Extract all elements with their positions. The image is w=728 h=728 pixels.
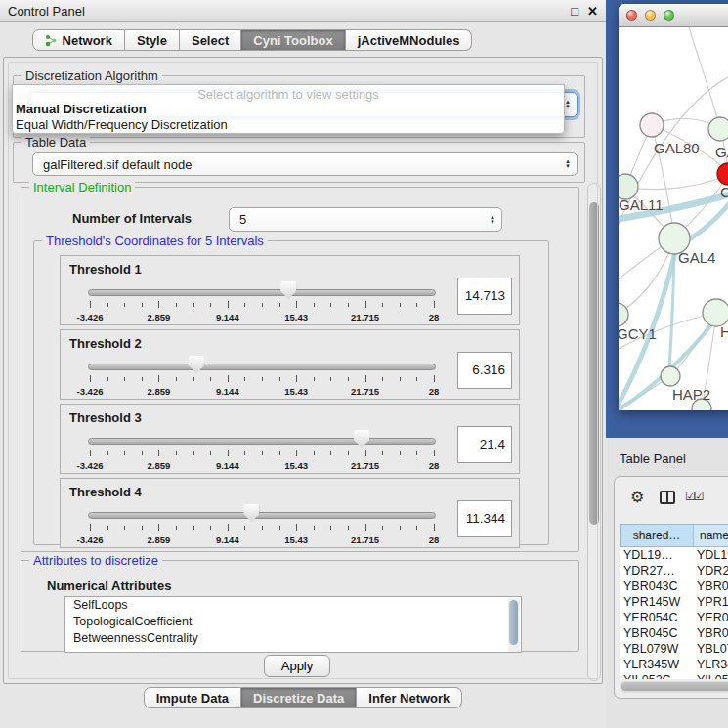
- network-node[interactable]: [640, 113, 664, 137]
- cell-shared-name: YBR045C: [620, 626, 693, 640]
- group-title: Table Data: [21, 135, 90, 150]
- dropdown-option-equal-width-frequency-discretization[interactable]: Equal Width/Frequency Discretization: [13, 117, 564, 133]
- table-row[interactable]: YDL19…YDL19…: [620, 547, 728, 563]
- node-label-gal80: GAL80: [654, 140, 700, 156]
- threshold-value-field[interactable]: 21.4: [457, 426, 512, 463]
- attribute-item-betweennesscentrality[interactable]: BetweennessCentrality: [65, 630, 521, 647]
- table-toolbar: ⚙ ☑☑: [615, 477, 728, 520]
- panel-scrollbar[interactable]: [587, 183, 601, 681]
- attribute-item-topologicalcoefficient[interactable]: TopologicalCoefficient: [65, 614, 521, 630]
- tab-impute-data[interactable]: Impute Data: [144, 687, 241, 708]
- threshold-value-field[interactable]: 14.713: [457, 278, 512, 315]
- slider-track[interactable]: [88, 289, 436, 296]
- threshold-label: Threshold 4: [69, 485, 142, 499]
- numerical-attributes-label: Numerical Attributes: [47, 578, 171, 593]
- network-node[interactable]: [619, 303, 628, 326]
- cell-name: YBL079W: [693, 642, 728, 656]
- slider-tick-labels: -3.4262.8599.14415.4321.71528: [90, 535, 434, 546]
- network-window[interactable]: GAL80GALCGAL11GAL4GCY1HAHAP2: [619, 4, 728, 410]
- tab-infer-network[interactable]: Infer Network: [357, 687, 462, 708]
- apply-button[interactable]: Apply: [264, 655, 330, 677]
- network-canvas[interactable]: GAL80GALCGAL11GAL4GCY1HAHAP2: [619, 27, 728, 410]
- network-node[interactable]: [708, 117, 728, 141]
- list-scrollbar[interactable]: [508, 598, 520, 653]
- table-row[interactable]: YPR145WYPR145W: [620, 594, 728, 610]
- tab-discretize-data[interactable]: Discretize Data: [241, 687, 357, 708]
- node-label-gcy1: GCY1: [619, 325, 657, 342]
- zoom-traffic-light-icon[interactable]: [664, 10, 674, 21]
- dropdown-option-manual-discretization[interactable]: Manual Discretization: [13, 102, 564, 117]
- interval-definition-group: Interval Definition Number of Intervals …: [21, 187, 579, 552]
- table-rows: YDL19…YDL19…YDR27…YDR27…YBR043CYBR043CYP…: [620, 547, 728, 679]
- slider-ticks: [90, 524, 434, 533]
- network-edge[interactable]: [619, 242, 667, 283]
- table-row[interactable]: YBR045CYBR045C: [620, 625, 728, 641]
- node-label-gal4: GAL4: [678, 249, 715, 266]
- column-header-name[interactable]: name: [694, 525, 728, 546]
- slider-handle[interactable]: [354, 430, 369, 448]
- tab-jactivemnodules[interactable]: jActiveMNodules: [346, 29, 473, 51]
- numerical-attributes-list[interactable]: SelfLoopsTopologicalCoefficientBetweenne…: [64, 596, 522, 653]
- slider-handle[interactable]: [280, 281, 296, 299]
- network-node[interactable]: [717, 163, 728, 185]
- network-edge[interactable]: [689, 27, 719, 125]
- slider-handle[interactable]: [189, 356, 204, 373]
- cyni-mode-tab-bar: Impute DataDiscretize DataInfer Network: [0, 687, 606, 708]
- network-window-backdrop: GAL80GALCGAL11GAL4GCY1HAHAP2: [606, 0, 728, 443]
- network-graph[interactable]: GAL80GALCGAL11GAL4GCY1HAHAP2: [619, 27, 728, 410]
- close-icon[interactable]: ✕: [587, 4, 598, 19]
- cell-shared-name: YER054C: [620, 611, 693, 624]
- cell-shared-name: YBR043C: [620, 579, 693, 593]
- threshold-value-field[interactable]: 11.344: [457, 500, 512, 537]
- screen: Control Panel □ ✕ NetworkStyleSelectCyni…: [0, 0, 728, 728]
- table-row[interactable]: YER054CYER054C: [620, 610, 728, 625]
- number-of-intervals-label: Number of Intervals: [72, 211, 192, 226]
- table-row[interactable]: YBR043CYBR043C: [620, 578, 728, 594]
- control-panel-tab-bar: NetworkStyleSelectCyni ToolboxjActiveMNo…: [0, 29, 555, 51]
- scrollbar-thumb[interactable]: [509, 600, 518, 645]
- cell-name: YIL052C: [693, 673, 728, 679]
- network-node[interactable]: [703, 299, 728, 326]
- float-icon[interactable]: □: [571, 4, 578, 19]
- gear-icon[interactable]: ⚙: [630, 488, 644, 506]
- group-title: Attributes to discretize: [29, 553, 162, 568]
- slider-tick-labels: -3.4262.8599.14415.4321.71528: [90, 386, 434, 398]
- stepper-icon[interactable]: ▲▼: [565, 153, 571, 175]
- attribute-item-selfloops[interactable]: SelfLoops: [65, 597, 521, 614]
- scrollbar-thumb[interactable]: [621, 682, 728, 691]
- scrollbar-thumb[interactable]: [589, 202, 599, 525]
- table-row[interactable]: YLR345WYLR345W: [620, 657, 728, 672]
- table-panel-title: Table Panel: [620, 451, 686, 466]
- number-of-intervals-combobox[interactable]: 5 ▲▼: [229, 207, 502, 232]
- column-header-shared-name[interactable]: shared…: [621, 525, 694, 546]
- tab-style[interactable]: Style: [125, 29, 180, 51]
- stepper-icon[interactable]: ▲▼: [490, 208, 495, 231]
- slider-tick-labels: -3.4262.8599.14415.4321.71528: [90, 460, 434, 472]
- checkboxes-icon[interactable]: ☑☑: [685, 490, 703, 503]
- threshold-label: Threshold 1: [69, 262, 142, 277]
- close-traffic-light-icon[interactable]: [626, 10, 637, 21]
- split-columns-icon[interactable]: [660, 491, 675, 504]
- tab-network[interactable]: Network: [32, 29, 125, 51]
- minimize-traffic-light-icon[interactable]: [645, 10, 656, 21]
- table-hscrollbar[interactable]: [620, 681, 728, 693]
- network-window-titlebar[interactable]: [619, 4, 728, 27]
- network-tab-icon: [45, 34, 58, 47]
- tab-select[interactable]: Select: [180, 29, 241, 51]
- threshold-value-field[interactable]: 6.316: [457, 352, 512, 389]
- slider-track[interactable]: [88, 512, 436, 519]
- slider-ticks: [90, 301, 434, 310]
- network-node[interactable]: [661, 366, 680, 386]
- stepper-icon[interactable]: ▲▼: [565, 93, 571, 116]
- table-data-combobox[interactable]: galFiltered.sif default node ▲▼: [32, 152, 578, 176]
- table-row[interactable]: YBL079WYBL079W: [620, 641, 728, 657]
- slider-track[interactable]: [88, 364, 436, 370]
- slider-handle[interactable]: [243, 504, 259, 522]
- slider-track[interactable]: [88, 438, 436, 445]
- cell-name: YPR145W: [693, 595, 728, 609]
- slider-ticks: [90, 450, 434, 458]
- table-row[interactable]: YIL052CYIL052C: [620, 672, 728, 679]
- table-row[interactable]: YDR27…YDR27…: [620, 563, 728, 578]
- tab-cyni-toolbox[interactable]: Cyni Toolbox: [241, 29, 345, 51]
- cell-shared-name: YLR345W: [620, 658, 693, 671]
